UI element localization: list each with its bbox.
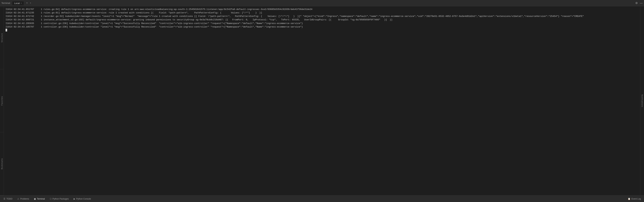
terminal-content: Structure Favorites Bookmarks I1014 02:3… <box>0 6 644 196</box>
bookmarks-panel[interactable]: Bookmarks <box>0 132 4 196</box>
local-tab[interactable]: Local × <box>12 1 24 5</box>
event-log-button[interactable]: 📋 Event Log <box>626 197 642 201</box>
structure-label: Structure <box>0 32 4 44</box>
settings-icon[interactable]: ⚙ <box>635 2 638 5</box>
favorites-label: Favorites <box>0 95 4 107</box>
top-bar: Terminal: Local × + ▾ ⚙ — <box>0 0 644 6</box>
log-line-5: I1014 02:34:42.295935 1 controller.go:23… <box>6 22 638 25</box>
local-tab-label: Local <box>14 2 20 4</box>
todo-icon: ☰ <box>4 198 6 200</box>
log-line-1: I1014 02:34:41.651787 1 rules.go:64] def… <box>6 8 638 11</box>
event-log-icon: 📋 <box>628 198 630 200</box>
favorites-panel[interactable]: Favorites <box>0 69 4 132</box>
tab-terminal-label: Terminal <box>37 198 45 200</box>
bottom-right: 📋 Event Log <box>626 197 642 201</box>
log-line-6: I1014 02:34:43.105797 1 controller.go:23… <box>6 25 638 29</box>
bookmarks-label: Bookmarks <box>0 157 4 171</box>
tab-python-console[interactable]: ▶ Python Console <box>72 197 93 201</box>
cursor-line <box>6 29 638 32</box>
python-console-icon: ▶ <box>74 198 75 200</box>
log-line-4: I1014 02:34:42.099721 1 instance_attachm… <box>6 18 638 22</box>
tab-problems-label: Problems <box>20 198 29 200</box>
problems-icon: ⚠ <box>17 198 19 200</box>
terminal-label: Terminal: <box>2 2 10 4</box>
tab-add-icon[interactable]: + <box>26 2 28 5</box>
tab-terminal[interactable]: ▣ Terminal <box>32 197 47 201</box>
tab-python-packages-label: Python Packages <box>52 198 69 200</box>
top-bar-left: Terminal: Local × + ▾ <box>2 1 31 5</box>
minimize-icon[interactable]: — <box>640 2 642 5</box>
tab-close-icon[interactable]: × <box>21 2 22 4</box>
side-panels: Structure Favorites Bookmarks <box>0 6 4 196</box>
top-bar-right: ⚙ — <box>635 2 642 5</box>
tab-todo-label: TODO <box>6 198 12 200</box>
tab-todo[interactable]: ☰ TODO <box>2 197 14 201</box>
tab-python-console-label: Python Console <box>76 198 91 200</box>
log-area: I1014 02:34:41.651787 1 rules.go:64] def… <box>4 7 640 195</box>
cursor-block <box>6 29 7 32</box>
python-packages-icon: ⬡ <box>50 198 52 200</box>
bottom-bar: ☰ TODO ⚠ Problems ▣ Terminal ⬡ Python Pa… <box>0 196 644 202</box>
tab-dropdown-icon[interactable]: ▾ <box>30 2 31 4</box>
event-log-label: Event Log <box>632 198 641 200</box>
tab-python-packages[interactable]: ⬡ Python Packages <box>48 197 71 201</box>
right-panel: Notifications <box>640 6 644 196</box>
tab-problems[interactable]: ⚠ Problems <box>15 197 31 201</box>
log-line-3: I1014 02:34:41.671742 1 recorder.go:53] … <box>6 14 638 18</box>
log-line-2: I1014 02:34:41.671235 1 rules.go:81] def… <box>6 11 638 14</box>
notifications-panel[interactable]: Notifications <box>640 6 644 196</box>
structure-panel[interactable]: Structure <box>0 6 4 69</box>
terminal-icon: ▣ <box>34 198 36 200</box>
notifications-label: Notifications <box>640 93 644 108</box>
